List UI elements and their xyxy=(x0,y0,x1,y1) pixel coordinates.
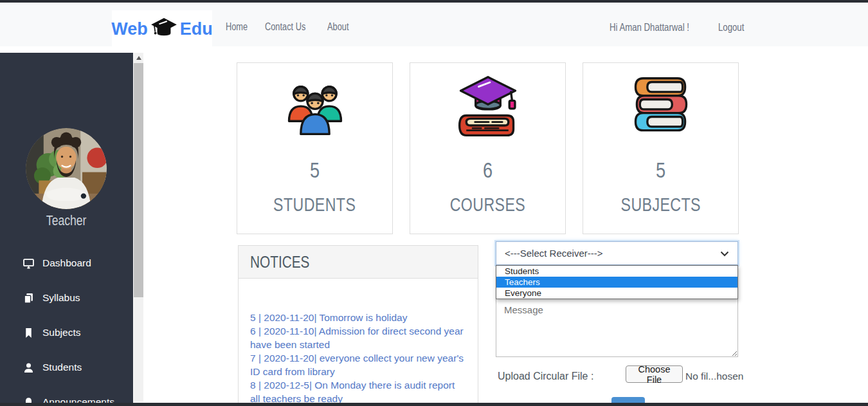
select-option-students[interactable]: Students xyxy=(496,266,737,277)
graduation-cap-logo-icon xyxy=(150,17,178,42)
graduation-cap-book-icon xyxy=(453,73,523,142)
receiver-select[interactable]: <---Select Receiver---> xyxy=(496,241,738,265)
bookmark-icon xyxy=(23,328,34,338)
sidebar-item-students[interactable]: Students xyxy=(0,350,133,385)
stat-card-subjects: 5 SUBJECTS xyxy=(583,62,739,234)
notices-list: 5 | 2020-11-20| Tomorrow is holiday 6 | … xyxy=(239,279,478,405)
file-status-text: No fil...hosen xyxy=(685,371,743,382)
logout-link[interactable]: Logout xyxy=(718,21,750,33)
role-label: Teacher xyxy=(0,212,133,229)
notice-item[interactable]: 8 | 2020-12-5| On Monday there is audit … xyxy=(250,378,466,405)
user-greeting: Hi Aman Dhattarwal ! xyxy=(610,21,709,33)
sidebar-menu: Dashboard Syllabus Subjects xyxy=(0,246,133,406)
subjects-card-label: SUBJECTS xyxy=(611,194,710,216)
avatar xyxy=(26,128,107,209)
upload-circular-label: Upload Circular File : xyxy=(498,371,593,382)
logo-word-web: Web xyxy=(111,19,148,39)
receiver-select-value: <---Select Receiver---> xyxy=(505,248,603,259)
logo-word-edu: Edu xyxy=(180,19,213,39)
logo[interactable]: Web Edu xyxy=(112,10,212,48)
nav-links: Home Contact Us About xyxy=(226,5,354,49)
notices-panel: NOTICES 5 | 2020-11-20| Tomorrow is holi… xyxy=(238,245,478,406)
select-option-teachers[interactable]: Teachers xyxy=(496,277,737,288)
sidebar: Teacher Dashboard Syllabus xyxy=(0,53,133,406)
sidebar-item-syllabus[interactable]: Syllabus xyxy=(0,281,133,315)
sidebar-item-subjects[interactable]: Subjects xyxy=(0,315,133,350)
chevron-down-icon xyxy=(720,248,729,259)
courses-card-label: COURSES xyxy=(440,194,535,216)
books-stack-icon xyxy=(626,73,696,142)
notice-item[interactable]: 6 | 2020-11-10| Admission for direct sec… xyxy=(250,324,466,351)
message-textarea[interactable] xyxy=(496,298,738,357)
notices-title: NOTICES xyxy=(250,252,309,272)
nav-link-home[interactable]: Home xyxy=(226,21,253,33)
select-option-everyone[interactable]: Everyone xyxy=(496,288,737,299)
nav-link-about[interactable]: About xyxy=(327,21,354,33)
notice-item[interactable]: 7 | 2020-11-20| everyone collect your ne… xyxy=(250,351,466,378)
user-icon xyxy=(23,362,34,373)
window-bottom-strip xyxy=(0,403,868,406)
top-navbar: Web Edu Home Contact Us About Hi Aman Dh… xyxy=(0,3,868,46)
notices-header: NOTICES xyxy=(239,246,478,279)
courses-count: 6 xyxy=(482,158,494,181)
students-count: 5 xyxy=(309,158,321,181)
notice-item[interactable]: 5 | 2020-11-20| Tomorrow is holiday xyxy=(250,311,466,324)
scrollbar-thumb[interactable] xyxy=(134,63,143,297)
copy-icon xyxy=(23,293,34,304)
students-card-label: STUDENTS xyxy=(263,194,366,216)
desktop-icon xyxy=(23,258,34,269)
receiver-select-dropdown: Students Teachers Everyone xyxy=(496,265,738,299)
sidebar-item-dashboard[interactable]: Dashboard xyxy=(0,246,133,281)
subjects-count: 5 xyxy=(655,158,667,181)
scrollbar-up-arrow-icon[interactable] xyxy=(134,53,143,62)
navbar-right: Hi Aman Dhattarwal ! Logout xyxy=(610,5,750,49)
students-group-icon xyxy=(280,73,350,142)
nav-link-contact-us[interactable]: Contact Us xyxy=(265,21,316,33)
content-scrollbar[interactable] xyxy=(134,53,143,402)
stat-card-students: 5 STUDENTS xyxy=(237,62,393,234)
stat-card-courses: 6 COURSES xyxy=(410,62,566,234)
choose-file-button[interactable]: Choose File xyxy=(626,365,683,383)
teacher-dashboard-page: Web Edu Home Contact Us About Hi Aman Dh… xyxy=(0,0,868,406)
